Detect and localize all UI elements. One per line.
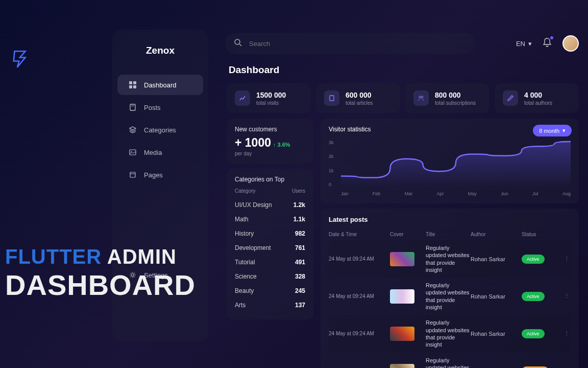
svg-point-7	[131, 151, 132, 152]
post-cover-thumbnail	[390, 327, 414, 341]
more-icon[interactable]: ⋮	[562, 293, 571, 300]
page-title: Dashboard	[229, 64, 279, 76]
grid-icon	[129, 81, 137, 89]
search-box[interactable]	[225, 33, 475, 54]
topbar: EN ▾	[225, 33, 579, 54]
stat-articles: 600 000total articles	[316, 83, 400, 113]
svg-rect-1	[133, 81, 136, 84]
post-row[interactable]: 24 May at 09:24 AM Regularly updated web…	[329, 315, 571, 352]
chart-range-selector[interactable]: 8 month ▾	[533, 125, 572, 136]
svg-rect-13	[330, 96, 334, 101]
svg-point-14	[419, 96, 421, 98]
visitor-stats-card: Visitor statistics 8 month ▾ 3k2k1k0 Jan…	[321, 119, 579, 203]
notification-dot	[550, 36, 553, 39]
sidebar-item-settings[interactable]: Settings	[117, 265, 203, 285]
svg-point-15	[421, 96, 423, 98]
category-row[interactable]: Tutorial491	[235, 255, 305, 269]
status-badge: Active	[522, 292, 545, 301]
sidebar: Zenox Dashboard Posts Categories Media P…	[112, 30, 208, 341]
chart-icon	[235, 90, 250, 106]
chevron-down-icon: ▾	[562, 127, 566, 134]
categories-card: Categories on Top CategoryUsers UI/UX De…	[227, 169, 313, 319]
sidebar-item-posts[interactable]: Posts	[117, 97, 203, 118]
svg-rect-4	[130, 104, 135, 110]
category-row[interactable]: History982	[235, 226, 305, 241]
language-selector[interactable]: EN ▾	[516, 40, 532, 48]
notifications-button[interactable]	[542, 37, 552, 50]
chevron-down-icon: ▾	[528, 40, 532, 48]
sidebar-item-label: Categories	[144, 126, 176, 134]
sidebar-item-label: Pages	[144, 171, 163, 179]
category-row[interactable]: Science328	[235, 269, 305, 284]
article-icon	[324, 90, 339, 106]
sidebar-item-categories[interactable]: Categories	[117, 120, 203, 140]
sidebar-item-label: Posts	[144, 104, 161, 111]
svg-rect-6	[130, 150, 136, 155]
svg-rect-3	[133, 85, 136, 88]
document-icon	[129, 103, 137, 111]
image-icon	[129, 148, 137, 156]
post-row[interactable]: 24 May at 09:24 AM Regularly updated web…	[329, 278, 571, 315]
avatar[interactable]	[562, 35, 579, 52]
post-cover-thumbnail	[390, 289, 414, 304]
svg-rect-0	[129, 81, 132, 84]
app-logo	[9, 49, 31, 72]
post-row[interactable]: 24 May at 09:24 AM Regularly updated web…	[329, 353, 571, 368]
svg-point-11	[235, 39, 240, 44]
sidebar-item-pages[interactable]: Pages	[117, 165, 203, 185]
category-row[interactable]: Math1.1k	[235, 212, 305, 226]
post-cover-thumbnail	[390, 252, 414, 266]
sidebar-item-media[interactable]: Media	[117, 142, 203, 163]
folder-icon	[129, 171, 137, 179]
layers-icon	[129, 126, 137, 134]
pen-icon	[503, 90, 518, 106]
stat-subscriptions: 800 000total subscriptions	[405, 83, 489, 113]
sidebar-item-label: Dashboard	[144, 81, 177, 89]
stat-authors: 4 000total authors	[495, 83, 579, 113]
brand-name: Zenox	[112, 45, 208, 56]
users-icon	[413, 90, 429, 106]
sidebar-item-label: Media	[144, 149, 162, 156]
search-input[interactable]	[249, 40, 465, 48]
post-row[interactable]: 24 May at 09:24 AM Regularly updated web…	[329, 240, 571, 278]
status-badge: Active	[522, 255, 545, 264]
category-row[interactable]: Development761	[235, 241, 305, 255]
svg-rect-2	[129, 85, 132, 88]
more-icon[interactable]: ⋮	[562, 330, 571, 337]
sidebar-item-dashboard[interactable]: Dashboard	[117, 75, 203, 95]
gear-icon	[129, 271, 137, 279]
category-row[interactable]: Beauty245	[235, 284, 305, 298]
svg-line-12	[239, 44, 241, 46]
latest-posts-card: Latest posts Date & Time Cover Title Aut…	[321, 209, 579, 368]
post-cover-thumbnail	[390, 364, 414, 368]
status-badge: Active	[522, 329, 545, 338]
category-row[interactable]: Arts137	[235, 298, 305, 312]
svg-point-10	[132, 274, 134, 277]
new-customers-card: New customers + 1000↑ 3.6% per day	[227, 119, 313, 164]
more-icon[interactable]: ⋮	[562, 256, 571, 262]
svg-rect-8	[130, 172, 135, 177]
stat-row: 1500 000total visits 600 000total articl…	[227, 83, 579, 113]
sidebar-item-label: Settings	[144, 271, 168, 279]
stat-visits: 1500 000total visits	[227, 83, 311, 113]
search-icon	[234, 38, 242, 49]
category-row[interactable]: UI/UX Design1.2k	[235, 198, 305, 212]
